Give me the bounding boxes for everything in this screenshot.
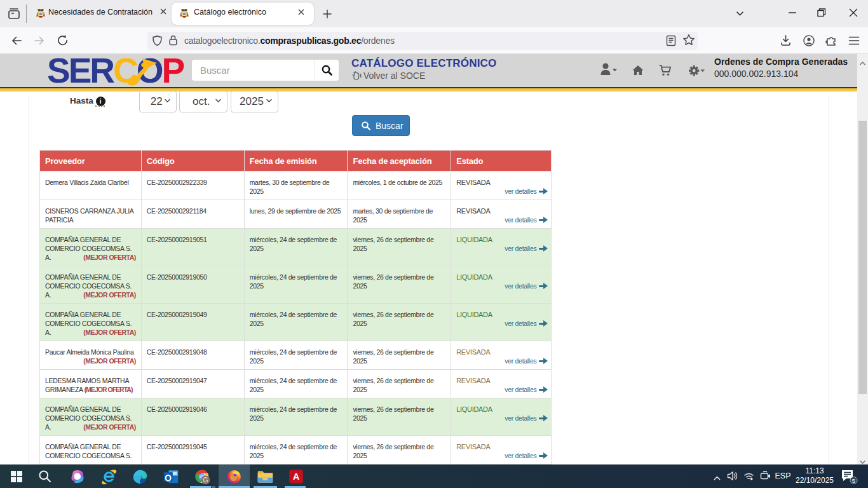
- svg-text:G: G: [203, 476, 208, 484]
- svg-text:5: 5: [852, 477, 855, 484]
- svg-text:A: A: [293, 471, 300, 482]
